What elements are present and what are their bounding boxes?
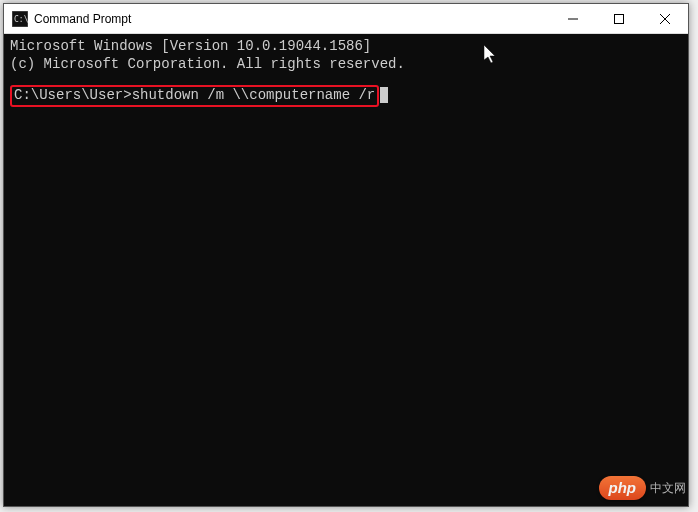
entered-command: shutdown /m \\computername /r: [132, 87, 376, 103]
minimize-button[interactable]: [550, 4, 596, 33]
window-title: Command Prompt: [34, 12, 550, 26]
terminal-body[interactable]: Microsoft Windows [Version 10.0.19044.15…: [4, 34, 688, 506]
command-line-highlight: C:\Users\User>shutdown /m \\computername…: [10, 85, 379, 107]
svg-rect-3: [615, 14, 624, 23]
copyright-line: (c) Microsoft Corporation. All rights re…: [10, 56, 405, 72]
command-prompt-window: C:\ Command Prompt Microsoft Windows [Ve…: [3, 3, 689, 507]
titlebar[interactable]: C:\ Command Prompt: [4, 4, 688, 34]
watermark-text: 中文网: [650, 480, 686, 497]
close-button[interactable]: [642, 4, 688, 33]
svg-text:C:\: C:\: [14, 15, 28, 24]
version-line: Microsoft Windows [Version 10.0.19044.15…: [10, 38, 371, 54]
cmd-icon: C:\: [12, 11, 28, 27]
watermark-badge: php: [599, 476, 647, 500]
prompt-text: C:\Users\User>: [14, 87, 132, 103]
window-controls: [550, 4, 688, 33]
text-cursor: [380, 87, 388, 103]
maximize-button[interactable]: [596, 4, 642, 33]
watermark: php 中文网: [599, 476, 687, 500]
